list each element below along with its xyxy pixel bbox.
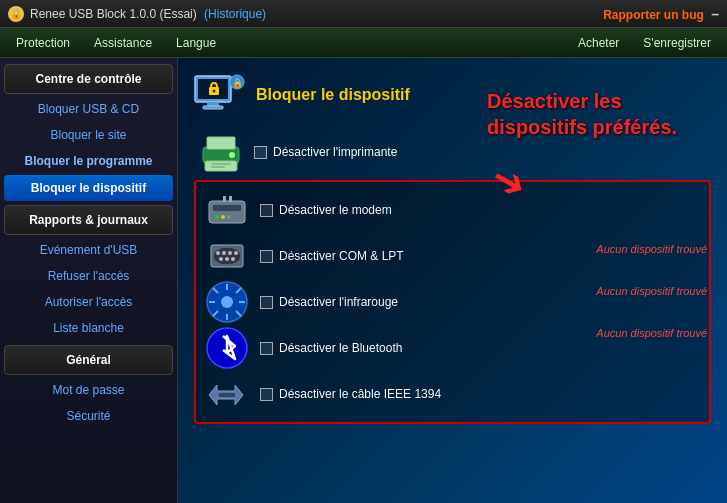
report-bug[interactable]: Rapporter un bug – — [603, 6, 719, 22]
svg-rect-20 — [229, 196, 232, 202]
menu-langue[interactable]: Langue — [164, 32, 228, 54]
svg-point-25 — [228, 251, 232, 255]
com-lpt-checkbox[interactable] — [260, 250, 273, 263]
svg-point-17 — [221, 215, 225, 219]
svg-rect-9 — [207, 137, 235, 149]
svg-rect-11 — [211, 163, 231, 165]
ieee1394-label: Désactiver le câble IEEE 1394 — [260, 387, 441, 401]
status-bluetooth: Aucun dispositif trouvé — [596, 327, 707, 339]
com-lpt-label: Désactiver COM & LPT — [260, 249, 404, 263]
sidebar: Centre de contrôle Bloquer USB & CD Bloq… — [0, 58, 178, 503]
printer-icon — [198, 132, 244, 172]
overlay-line1: Désactiver les — [487, 88, 707, 114]
lock-icon: 🔒 — [8, 6, 24, 22]
menu-assistance[interactable]: Assistance — [82, 32, 164, 54]
sidebar-item-refuser-acces[interactable]: Refuser l'accès — [0, 263, 177, 289]
svg-point-16 — [215, 215, 219, 219]
sidebar-item-mot-de-passe[interactable]: Mot de passe — [0, 377, 177, 403]
svg-point-29 — [231, 257, 235, 261]
ieee1394-checkbox[interactable] — [260, 388, 273, 401]
bluetooth-checkbox[interactable] — [260, 342, 273, 355]
printer-label: Désactiver l'imprimante — [254, 145, 397, 159]
svg-rect-3 — [203, 106, 223, 109]
title-bar-left: 🔒 Renee USB Block 1.0.0 (Essai) (Histori… — [8, 6, 266, 22]
sidebar-item-bloquer-usb-cd[interactable]: Bloquer USB & CD — [0, 96, 177, 122]
svg-rect-14 — [209, 201, 245, 223]
modem-icon — [204, 190, 250, 230]
com-lpt-icon — [204, 236, 250, 276]
sidebar-item-bloquer-site[interactable]: Bloquer le site — [0, 122, 177, 148]
svg-point-18 — [227, 215, 231, 219]
sidebar-item-liste-blanche[interactable]: Liste blanche — [0, 315, 177, 341]
status-area: Aucun dispositif trouvé Aucun dispositif… — [596, 213, 707, 339]
infrarouge-checkbox[interactable] — [260, 296, 273, 309]
svg-rect-12 — [211, 166, 225, 168]
main-container: Centre de contrôle Bloquer USB & CD Bloq… — [0, 58, 727, 503]
svg-rect-41 — [219, 393, 235, 397]
infrarouge-label: Désactiver l'infrarouge — [260, 295, 398, 309]
ieee1394-icon — [204, 374, 250, 414]
historique-link[interactable]: (Historique) — [204, 7, 266, 21]
status-infrarouge: Aucun dispositif trouvé — [596, 285, 707, 297]
content-area: 🔒 Bloquer le dispositif Désactiver les d… — [178, 58, 727, 503]
svg-point-26 — [234, 251, 238, 255]
svg-point-5 — [213, 90, 216, 93]
svg-point-13 — [229, 152, 235, 158]
svg-rect-15 — [213, 205, 241, 211]
sidebar-item-autoriser-acces[interactable]: Autoriser l'accès — [0, 289, 177, 315]
svg-point-23 — [216, 251, 220, 255]
app-name: Renee USB Block 1.0.0 (Essai) — [30, 7, 197, 21]
menu-protection[interactable]: Protection — [4, 32, 82, 54]
overlay-line2: dispositifs préférés. — [487, 114, 707, 140]
bluetooth-label: Désactiver le Bluetooth — [260, 341, 402, 355]
status-com-lpt: Aucun dispositif trouvé — [596, 243, 707, 255]
title-bar: 🔒 Renee USB Block 1.0.0 (Essai) (Histori… — [0, 0, 727, 28]
menu-senregistrer[interactable]: S'enregistrer — [631, 32, 723, 54]
svg-point-27 — [219, 257, 223, 261]
sidebar-section-general: Général — [4, 345, 173, 375]
content-title: Bloquer le dispositif — [256, 86, 410, 104]
svg-point-28 — [225, 257, 229, 261]
ieee1394-row: Désactiver le câble IEEE 1394 — [204, 374, 701, 414]
svg-point-31 — [221, 296, 233, 308]
sidebar-section-reports: Rapports & journaux — [4, 205, 173, 235]
computer-lock-icon: 🔒 — [194, 70, 244, 120]
svg-point-24 — [222, 251, 226, 255]
app-title: Renee USB Block 1.0.0 (Essai) (Historiqu… — [30, 7, 266, 21]
svg-point-22 — [213, 247, 241, 265]
printer-checkbox[interactable] — [254, 146, 267, 159]
sidebar-item-evenement-usb[interactable]: Evénement d'USB — [0, 237, 177, 263]
sidebar-item-bloquer-dispositif[interactable]: Bloquer le dispositif — [4, 175, 173, 201]
infrarouge-icon — [204, 282, 250, 322]
bluetooth-icon — [204, 328, 250, 368]
sidebar-item-securite[interactable]: Sécurité — [0, 403, 177, 429]
menu-acheter[interactable]: Acheter — [566, 32, 631, 54]
svg-text:🔒: 🔒 — [232, 77, 244, 89]
modem-label: Désactiver le modem — [260, 203, 392, 217]
menu-bar: Protection Assistance Langue Acheter S'e… — [0, 28, 727, 58]
menu-right: Acheter S'enregistrer — [566, 32, 723, 54]
sidebar-section-control: Centre de contrôle — [4, 64, 173, 94]
overlay-text: Désactiver les dispositifs préférés. — [487, 88, 707, 140]
sidebar-item-bloquer-programme[interactable]: Bloquer le programme — [0, 148, 177, 174]
svg-rect-19 — [223, 196, 226, 202]
modem-checkbox[interactable] — [260, 204, 273, 217]
